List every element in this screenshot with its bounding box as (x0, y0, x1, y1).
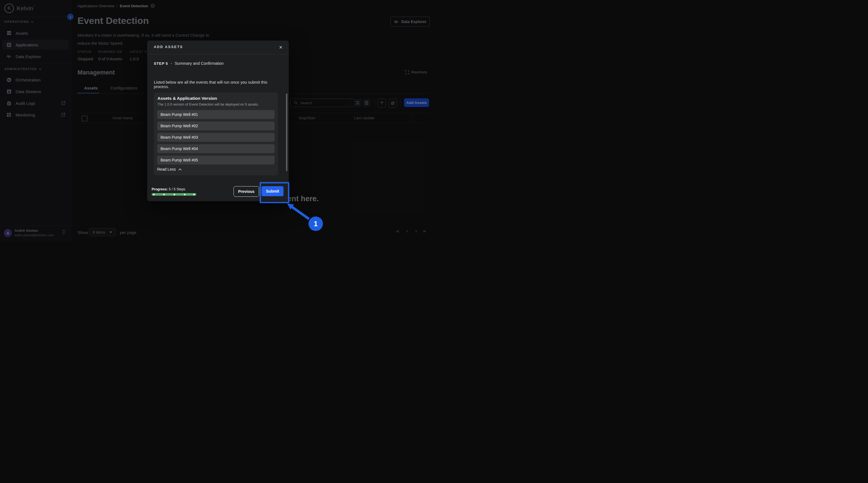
app-screen: K Kelvin° OPERATIONS Assets Applications… (0, 0, 434, 242)
modal-description: Listed below are all the events that wil… (154, 80, 282, 89)
step-label: STEP 5 (154, 61, 168, 65)
modal-step: STEP 5 • Summary and Confirmation (154, 61, 223, 65)
summary-subtitle: The 1.0.0 version of Event Detection wil… (157, 103, 259, 107)
close-icon[interactable]: ✕ (278, 45, 283, 50)
read-less-toggle[interactable]: Read Less (157, 167, 182, 171)
add-assets-modal: ADD ASSETS ✕ STEP 5 • Summary and Confir… (147, 40, 289, 201)
submit-button[interactable]: Submit (261, 186, 283, 196)
asset-item: Beam Pump Well #04 (157, 144, 275, 153)
asset-item: Beam Pump Well #01 (157, 110, 275, 119)
summary-card: Assets & Application Version The 1.0.0 v… (154, 92, 278, 175)
step-title: Summary and Confirmation (175, 61, 224, 65)
progress-text: Progress: 5 / 5 Steps (152, 187, 185, 191)
modal-title: ADD ASSETS (154, 45, 183, 49)
asset-item: Beam Pump Well #02 (157, 121, 275, 130)
modal-header: ADD ASSETS ✕ (147, 40, 289, 54)
previous-button[interactable]: Previous (234, 186, 259, 197)
asset-item: Beam Pump Well #05 (157, 155, 275, 165)
summary-title: Assets & Application Version (157, 96, 217, 101)
asset-item: Beam Pump Well #03 (157, 133, 275, 142)
progress-bar (152, 193, 196, 196)
step-separator: • (171, 62, 172, 65)
modal-scrollbar[interactable] (286, 93, 287, 171)
chevron-up-icon (179, 168, 182, 170)
